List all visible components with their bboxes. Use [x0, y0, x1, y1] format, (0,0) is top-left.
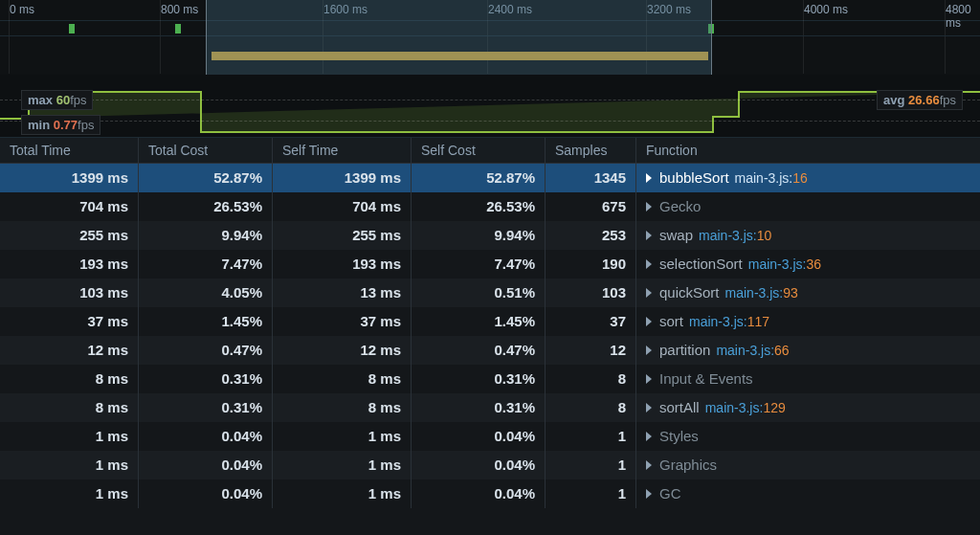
timeline-marker [175, 24, 181, 33]
expand-icon[interactable] [646, 317, 652, 326]
cell-total_time: 193 ms [0, 250, 139, 279]
fps-min-label: min [28, 118, 50, 132]
fps-avg-label: avg [883, 93, 904, 107]
col-total-time[interactable]: Total Time [0, 138, 139, 163]
col-function[interactable]: Function [636, 138, 980, 163]
cell-total_cost: 7.47% [139, 250, 273, 279]
cell-self_time: 255 ms [273, 221, 412, 250]
cell-self_time: 8 ms [273, 393, 412, 422]
timeline-overview[interactable]: 0 ms800 ms1600 ms2400 ms3200 ms4000 ms48… [0, 0, 980, 75]
cell-samples: 37 [546, 307, 636, 336]
cell-total_time: 1399 ms [0, 164, 139, 192]
table-row[interactable]: 103 ms4.05%13 ms0.51%103quickSortmain-3.… [0, 279, 980, 307]
fps-avg-value: 26.66 [908, 93, 940, 107]
expand-icon[interactable] [646, 489, 652, 499]
col-samples[interactable]: Samples [546, 138, 636, 163]
cell-samples: 1 [546, 422, 636, 451]
cell-self_cost: 0.31% [412, 393, 546, 422]
cell-samples: 190 [546, 250, 636, 279]
function-source[interactable]: main-3.js:93 [725, 279, 798, 307]
function-source[interactable]: main-3.js:117 [689, 307, 769, 336]
cell-self_cost: 7.47% [412, 250, 546, 279]
expand-icon[interactable] [646, 346, 652, 355]
cell-self_cost: 0.51% [412, 279, 546, 307]
expand-icon[interactable] [646, 231, 652, 240]
function-name: Styles [659, 422, 699, 451]
fps-min-value: 0.77 [54, 118, 78, 132]
table-row[interactable]: 704 ms26.53%704 ms26.53%675Gecko [0, 192, 980, 221]
cell-self_time: 12 ms [273, 336, 412, 365]
cell-total_time: 8 ms [0, 393, 139, 422]
cell-total_cost: 9.94% [139, 221, 273, 250]
cell-samples: 1345 [546, 164, 636, 192]
expand-icon[interactable] [646, 288, 652, 298]
timeline-selection[interactable] [206, 0, 712, 75]
table-row[interactable]: 8 ms0.31%8 ms0.31%8Input & Events [0, 365, 980, 393]
cell-function: Styles [636, 422, 980, 451]
function-name: selectionSort [659, 250, 743, 279]
expand-icon[interactable] [646, 173, 652, 183]
expand-icon[interactable] [646, 432, 652, 441]
cell-samples: 8 [546, 393, 636, 422]
cell-samples: 12 [546, 336, 636, 365]
col-self-time[interactable]: Self Time [273, 138, 412, 163]
cell-total_cost: 1.45% [139, 307, 273, 336]
function-name: sortAll [659, 393, 700, 422]
cell-self_time: 13 ms [273, 279, 412, 307]
table-row[interactable]: 1 ms0.04%1 ms0.04%1GC [0, 479, 980, 508]
cell-function: selectionSortmain-3.js:36 [636, 250, 980, 279]
table-row[interactable]: 37 ms1.45%37 ms1.45%37sortmain-3.js:117 [0, 307, 980, 336]
table-row[interactable]: 1 ms0.04%1 ms0.04%1Styles [0, 422, 980, 451]
function-name: sort [659, 307, 683, 336]
table-row[interactable]: 8 ms0.31%8 ms0.31%8sortAllmain-3.js:129 [0, 393, 980, 422]
cell-total_time: 37 ms [0, 307, 139, 336]
table-row[interactable]: 12 ms0.47%12 ms0.47%12partitionmain-3.js… [0, 336, 980, 365]
cell-self_cost: 1.45% [412, 307, 546, 336]
function-name: bubbleSort [659, 164, 729, 192]
function-name: Gecko [659, 192, 701, 221]
table-header: Total Time Total Cost Self Time Self Cos… [0, 138, 980, 164]
cell-self_cost: 26.53% [412, 192, 546, 221]
cell-total_cost: 4.05% [139, 279, 273, 307]
cell-self_cost: 0.04% [412, 422, 546, 451]
fps-avg-badge: avg 26.66fps [877, 90, 963, 110]
cell-total_cost: 0.31% [139, 365, 273, 393]
cell-self_time: 1 ms [273, 479, 412, 508]
table-row[interactable]: 1 ms0.04%1 ms0.04%1Graphics [0, 451, 980, 479]
cell-total_cost: 0.04% [139, 451, 273, 479]
function-name: Input & Events [659, 365, 753, 393]
fps-max-unit: fps [70, 93, 86, 107]
col-total-cost[interactable]: Total Cost [139, 138, 273, 163]
cell-self_cost: 0.31% [412, 365, 546, 393]
cell-function: partitionmain-3.js:66 [636, 336, 980, 365]
function-source[interactable]: main-3.js:129 [705, 393, 786, 422]
function-name: quickSort [659, 279, 720, 307]
cell-function: bubbleSortmain-3.js:16 [636, 164, 980, 192]
col-self-cost[interactable]: Self Cost [412, 138, 546, 163]
expand-icon[interactable] [646, 460, 652, 470]
function-source[interactable]: main-3.js:66 [716, 336, 789, 365]
function-source[interactable]: main-3.js:16 [735, 164, 808, 192]
cell-total_cost: 26.53% [139, 192, 273, 221]
cell-total_cost: 0.04% [139, 422, 273, 451]
cell-samples: 8 [546, 365, 636, 393]
expand-icon[interactable] [646, 202, 652, 212]
expand-icon[interactable] [646, 259, 652, 269]
expand-icon[interactable] [646, 403, 652, 412]
cell-function: swapmain-3.js:10 [636, 221, 980, 250]
fps-max-label: max [28, 93, 53, 107]
cell-total_time: 255 ms [0, 221, 139, 250]
fps-min-unit: fps [78, 118, 94, 132]
table-row[interactable]: 255 ms9.94%255 ms9.94%253swapmain-3.js:1… [0, 221, 980, 250]
fps-curve [0, 75, 980, 138]
function-source[interactable]: main-3.js:10 [699, 221, 771, 250]
cell-total_time: 1 ms [0, 451, 139, 479]
cell-total_cost: 52.87% [139, 164, 273, 192]
fps-min-badge: min 0.77fps [21, 115, 100, 135]
table-row[interactable]: 1399 ms52.87%1399 ms52.87%1345bubbleSort… [0, 164, 980, 192]
cell-self_time: 1 ms [273, 451, 412, 479]
function-source[interactable]: main-3.js:36 [748, 250, 821, 279]
table-row[interactable]: 193 ms7.47%193 ms7.47%190selectionSortma… [0, 250, 980, 279]
expand-icon[interactable] [646, 374, 652, 384]
cell-function: sortAllmain-3.js:129 [636, 393, 980, 422]
